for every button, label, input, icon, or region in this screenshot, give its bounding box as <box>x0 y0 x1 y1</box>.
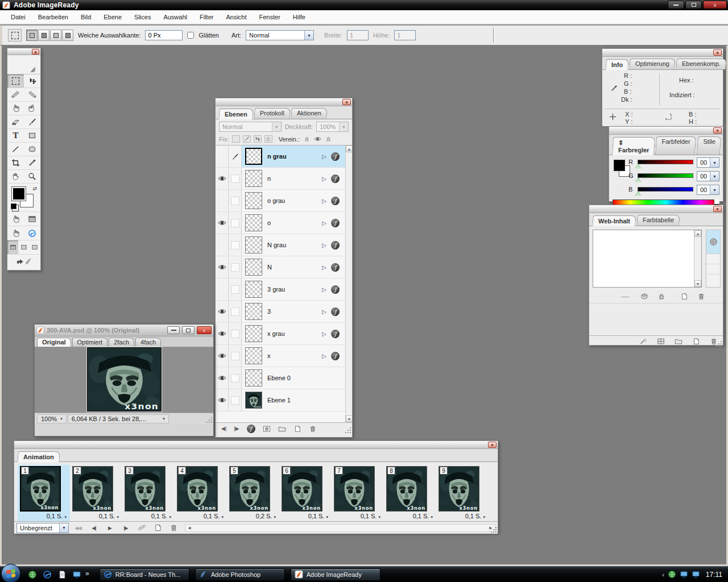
layer-row[interactable]: Ebene 0 ▷ ƒ <box>216 367 345 389</box>
brush-tool-button[interactable] <box>24 115 40 129</box>
layer-row[interactable]: Ebene 1 ▷ ƒ <box>216 389 345 411</box>
link-cell[interactable] <box>229 234 242 256</box>
document-icon[interactable] <box>57 569 67 580</box>
link-cell[interactable] <box>229 278 242 300</box>
task-imageready[interactable]: Adobe ImageReady <box>291 568 380 581</box>
animation-frame[interactable]: 4 0,1 S. ▾ <box>175 465 227 521</box>
canvas-image[interactable] <box>87 347 162 411</box>
layer-thumbnail[interactable] <box>245 259 262 276</box>
expand-effects-icon[interactable]: ▷ <box>322 286 326 293</box>
rollover-state-cell[interactable] <box>706 264 720 275</box>
minimize-button[interactable] <box>668 1 684 9</box>
layer-name[interactable]: x grau <box>262 330 322 337</box>
blend-mode-combo[interactable]: Normal ▼ <box>219 122 282 132</box>
expand-effects-icon[interactable]: ▷ <box>322 353 326 359</box>
layer-name[interactable]: Ebene 0 <box>262 375 322 381</box>
close-icon[interactable]: x <box>342 99 351 105</box>
close-icon[interactable]: x <box>713 206 722 212</box>
frame-duration[interactable]: 0,1 S. ▾ <box>282 512 329 519</box>
feather-input[interactable] <box>145 30 183 40</box>
resize-grip[interactable] <box>206 417 213 423</box>
frame-duration[interactable]: 0,1 S. ▾ <box>334 512 382 519</box>
blue-slider[interactable]: B 00▼ <box>635 186 693 195</box>
visibility-toggle[interactable] <box>216 301 229 322</box>
new-group-button[interactable] <box>675 338 682 346</box>
lock-pixels-icon[interactable] <box>243 135 251 143</box>
restore-button[interactable] <box>182 326 195 334</box>
zoom-tool-button[interactable] <box>24 170 40 184</box>
link-cell[interactable] <box>229 345 242 367</box>
lock-position-icon[interactable] <box>254 135 262 143</box>
expand-effects-icon[interactable]: ▷ <box>322 242 326 248</box>
visibility-toggle[interactable] <box>216 190 229 211</box>
play-button[interactable]: ▶ <box>103 523 117 533</box>
menu-slices[interactable]: Slices <box>128 11 157 23</box>
link-cell[interactable] <box>229 212 242 234</box>
task-browser[interactable]: RR:Board - Neues Th... <box>100 568 189 581</box>
layers-scrollbar[interactable]: ▲ ▼ <box>345 146 352 422</box>
rollover-state-selected[interactable] <box>706 230 720 254</box>
menu-auswahl[interactable]: Auswahl <box>157 11 193 23</box>
tab-animation[interactable]: Animation <box>17 451 60 462</box>
previous-frame-button[interactable]: ◀| <box>221 426 226 431</box>
layers-palette-titlebar[interactable]: x <box>216 98 352 106</box>
tab-optimiert[interactable]: Optimiert <box>72 338 108 347</box>
layer-name[interactable]: 3 grau <box>262 286 322 293</box>
layer-effects-icon[interactable]: ƒ <box>331 263 340 272</box>
selection-mode-intersect-button[interactable] <box>62 30 73 41</box>
opacity-combo[interactable]: 100% ▼ <box>316 122 349 132</box>
layer-thumbnail[interactable] <box>245 214 262 231</box>
swap-colors-icon[interactable]: ⇄ <box>32 186 37 192</box>
expand-effects-icon[interactable]: ▷ <box>322 309 326 315</box>
visibility-toggle[interactable] <box>216 256 229 278</box>
animation-frame[interactable]: 1 0,1 S. ▾ <box>18 465 70 521</box>
rollover-state-cell[interactable] <box>706 254 720 264</box>
slider-thumb[interactable] <box>635 192 641 196</box>
link-cell[interactable] <box>229 190 242 211</box>
tab-info[interactable]: Info <box>605 59 629 70</box>
layer-effects-icon[interactable]: ƒ <box>331 241 340 250</box>
expand-effects-icon[interactable]: ▷ <box>322 198 326 204</box>
menu-bild[interactable]: Bild <box>75 11 97 23</box>
scroll-up-icon[interactable]: ▲ <box>694 230 701 237</box>
add-layer-mask-button[interactable] <box>263 425 271 433</box>
network-icon[interactable] <box>692 570 700 579</box>
rounded-rectangle-tool-button[interactable] <box>24 143 40 156</box>
layer-thumbnail[interactable] <box>245 347 262 364</box>
width-input[interactable] <box>347 30 369 40</box>
duplicate-frame-button[interactable] <box>151 523 164 533</box>
unify-position-icon[interactable] <box>303 135 311 143</box>
update-globe-icon[interactable] <box>668 570 676 579</box>
animation-frame[interactable]: 9 0,1 S. ▾ <box>436 465 489 521</box>
tab-optimierung[interactable]: Optimierung <box>630 59 676 69</box>
link-cell[interactable] <box>229 389 242 411</box>
screen-mode-full-button[interactable] <box>30 240 40 254</box>
tab-ebenenkomp[interactable]: Ebenenkomp. <box>676 59 726 69</box>
layer-row[interactable]: x grau ▷ ƒ <box>216 323 345 345</box>
layer-row[interactable]: o grau ▷ ƒ <box>216 190 345 212</box>
info-palette-titlebar[interactable]: x <box>602 49 723 57</box>
antialias-checkbox[interactable] <box>187 32 194 39</box>
frame-duration[interactable]: 0,2 S. ▾ <box>229 512 277 519</box>
screen-mode-standard-button[interactable] <box>7 240 18 254</box>
new-group-button[interactable] <box>278 425 286 433</box>
green-value-combo[interactable]: 00▼ <box>697 171 719 181</box>
selection-mode-add-button[interactable] <box>38 30 49 41</box>
animation-frame[interactable]: 6 0,1 S. ▾ <box>279 465 332 521</box>
close-icon[interactable]: x <box>713 127 722 134</box>
layer-effects-icon[interactable]: ƒ <box>331 174 340 183</box>
previous-frame-button[interactable]: ◀| <box>87 523 101 533</box>
layer-row[interactable]: n ▷ ƒ <box>216 168 345 190</box>
tab-4fach[interactable]: 4fach <box>135 338 161 347</box>
restore-button[interactable] <box>685 1 702 9</box>
animation-frame[interactable]: 8 0,1 S. ▾ <box>384 465 436 521</box>
eyedropper-tool-button[interactable] <box>24 156 40 170</box>
screen-mode-full-menubar-button[interactable] <box>18 240 29 254</box>
link-cell[interactable] <box>229 323 242 344</box>
toggle-image-maps-button[interactable] <box>7 212 24 226</box>
tween-button[interactable] <box>135 523 148 533</box>
close-icon[interactable]: x <box>713 49 722 56</box>
group-slices-button[interactable] <box>640 293 648 301</box>
layer-row[interactable]: x ▷ ƒ <box>216 345 345 367</box>
green-slider[interactable]: G 00▼ <box>635 172 693 181</box>
